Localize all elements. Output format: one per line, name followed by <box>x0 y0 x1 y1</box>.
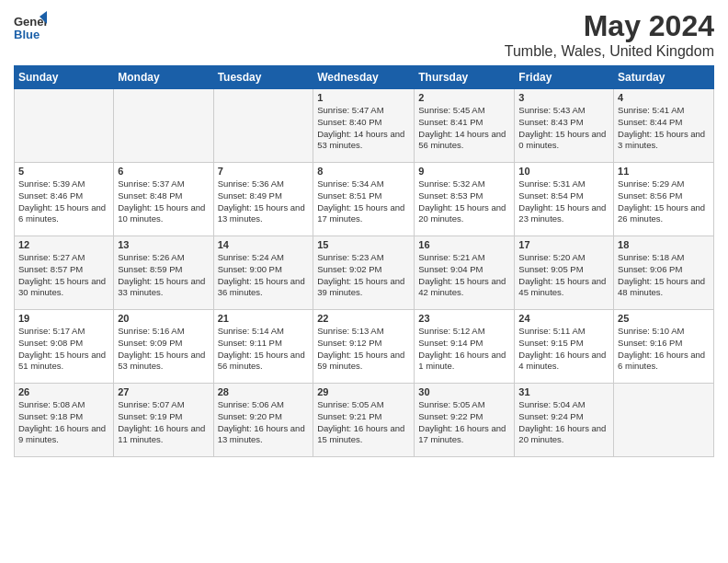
header: General Blue May 2024 Tumble, Wales, Uni… <box>14 9 714 60</box>
day-cell-1-0: 5Sunrise: 5:39 AMSunset: 8:46 PMDaylight… <box>15 163 114 236</box>
day-info: Sunrise: 5:13 AMSunset: 9:12 PMDaylight:… <box>317 326 410 373</box>
day-number: 17 <box>518 239 609 250</box>
day-number: 3 <box>518 92 609 103</box>
day-info: Sunrise: 5:41 AMSunset: 8:44 PMDaylight:… <box>618 105 710 152</box>
day-cell-4-4: 30Sunrise: 5:05 AMSunset: 9:22 PMDayligh… <box>415 384 515 457</box>
day-cell-1-6: 11Sunrise: 5:29 AMSunset: 8:56 PMDayligh… <box>614 163 714 236</box>
day-cell-0-4: 2Sunrise: 5:45 AMSunset: 8:41 PMDaylight… <box>415 89 515 163</box>
day-info: Sunrise: 5:32 AMSunset: 8:53 PMDaylight:… <box>418 178 510 225</box>
day-number: 8 <box>317 166 410 177</box>
day-cell-2-2: 14Sunrise: 5:24 AMSunset: 9:00 PMDayligh… <box>213 236 313 310</box>
week-row-5: 26Sunrise: 5:08 AMSunset: 9:18 PMDayligh… <box>15 384 714 457</box>
header-thursday: Thursday <box>415 66 515 89</box>
day-number: 11 <box>618 166 710 177</box>
day-number: 26 <box>18 386 109 397</box>
day-number: 4 <box>618 92 710 103</box>
day-info: Sunrise: 5:34 AMSunset: 8:51 PMDaylight:… <box>317 178 410 225</box>
day-cell-2-1: 13Sunrise: 5:26 AMSunset: 8:59 PMDayligh… <box>114 236 213 310</box>
day-number: 23 <box>418 313 510 324</box>
day-info: Sunrise: 5:11 AMSunset: 9:15 PMDaylight:… <box>518 326 609 373</box>
day-number: 13 <box>118 239 209 250</box>
day-cell-3-3: 22Sunrise: 5:13 AMSunset: 9:12 PMDayligh… <box>313 310 415 384</box>
day-info: Sunrise: 5:17 AMSunset: 9:08 PMDaylight:… <box>18 326 109 373</box>
day-number: 16 <box>418 239 510 250</box>
day-cell-3-2: 21Sunrise: 5:14 AMSunset: 9:11 PMDayligh… <box>213 310 313 384</box>
day-cell-3-4: 23Sunrise: 5:12 AMSunset: 9:14 PMDayligh… <box>415 310 515 384</box>
day-number: 20 <box>118 313 209 324</box>
day-number: 24 <box>518 313 609 324</box>
day-cell-3-6: 25Sunrise: 5:10 AMSunset: 9:16 PMDayligh… <box>614 310 714 384</box>
day-number: 18 <box>618 239 710 250</box>
day-cell-4-2: 28Sunrise: 5:06 AMSunset: 9:20 PMDayligh… <box>213 384 313 457</box>
day-cell-2-4: 16Sunrise: 5:21 AMSunset: 9:04 PMDayligh… <box>415 236 515 310</box>
header-wednesday: Wednesday <box>313 66 415 89</box>
day-info: Sunrise: 5:45 AMSunset: 8:41 PMDaylight:… <box>418 105 510 152</box>
day-cell-2-0: 12Sunrise: 5:27 AMSunset: 8:57 PMDayligh… <box>15 236 114 310</box>
day-number: 15 <box>317 239 410 250</box>
header-sunday: Sunday <box>15 66 114 89</box>
day-number: 22 <box>317 313 410 324</box>
week-row-4: 19Sunrise: 5:17 AMSunset: 9:08 PMDayligh… <box>15 310 714 384</box>
day-cell-1-1: 6Sunrise: 5:37 AMSunset: 8:48 PMDaylight… <box>114 163 213 236</box>
header-friday: Friday <box>515 66 614 89</box>
day-info: Sunrise: 5:18 AMSunset: 9:06 PMDaylight:… <box>618 252 710 299</box>
day-number: 12 <box>18 239 109 250</box>
day-info: Sunrise: 5:27 AMSunset: 8:57 PMDaylight:… <box>18 252 109 299</box>
day-info: Sunrise: 5:06 AMSunset: 9:20 PMDaylight:… <box>218 399 310 446</box>
day-info: Sunrise: 5:14 AMSunset: 9:11 PMDaylight:… <box>218 326 310 373</box>
day-info: Sunrise: 5:21 AMSunset: 9:04 PMDaylight:… <box>418 252 510 299</box>
day-info: Sunrise: 5:10 AMSunset: 9:16 PMDaylight:… <box>618 326 710 373</box>
calendar-header-row: Sunday Monday Tuesday Wednesday Thursday… <box>15 66 714 89</box>
day-info: Sunrise: 5:31 AMSunset: 8:54 PMDaylight:… <box>518 178 609 225</box>
day-info: Sunrise: 5:05 AMSunset: 9:21 PMDaylight:… <box>317 399 410 446</box>
day-info: Sunrise: 5:23 AMSunset: 9:02 PMDaylight:… <box>317 252 410 299</box>
day-cell-4-1: 27Sunrise: 5:07 AMSunset: 9:19 PMDayligh… <box>114 384 213 457</box>
logo-icon: General Blue <box>14 9 47 42</box>
day-number: 2 <box>418 92 510 103</box>
day-cell-3-1: 20Sunrise: 5:16 AMSunset: 9:09 PMDayligh… <box>114 310 213 384</box>
day-info: Sunrise: 5:12 AMSunset: 9:14 PMDaylight:… <box>418 326 510 373</box>
day-number: 31 <box>518 386 609 397</box>
day-number: 19 <box>18 313 109 324</box>
day-info: Sunrise: 5:05 AMSunset: 9:22 PMDaylight:… <box>418 399 510 446</box>
title-block: May 2024 Tumble, Wales, United Kingdom <box>505 9 714 60</box>
day-cell-1-5: 10Sunrise: 5:31 AMSunset: 8:54 PMDayligh… <box>515 163 614 236</box>
day-cell-0-5: 3Sunrise: 5:43 AMSunset: 8:43 PMDaylight… <box>515 89 614 163</box>
calendar-table: Sunday Monday Tuesday Wednesday Thursday… <box>14 65 714 457</box>
logo: General Blue <box>14 9 47 46</box>
day-number: 27 <box>118 386 209 397</box>
day-number: 14 <box>218 239 310 250</box>
day-info: Sunrise: 5:24 AMSunset: 9:00 PMDaylight:… <box>218 252 310 299</box>
day-cell-4-0: 26Sunrise: 5:08 AMSunset: 9:18 PMDayligh… <box>15 384 114 457</box>
day-info: Sunrise: 5:26 AMSunset: 8:59 PMDaylight:… <box>118 252 209 299</box>
svg-text:Blue: Blue <box>14 28 40 41</box>
day-number: 6 <box>118 166 209 177</box>
day-number: 21 <box>218 313 310 324</box>
day-number: 29 <box>317 386 410 397</box>
day-info: Sunrise: 5:08 AMSunset: 9:18 PMDaylight:… <box>18 399 109 446</box>
week-row-1: 1Sunrise: 5:47 AMSunset: 8:40 PMDaylight… <box>15 89 714 163</box>
day-cell-4-6 <box>614 384 714 457</box>
main-title: May 2024 <box>505 9 714 43</box>
day-number: 30 <box>418 386 510 397</box>
day-cell-4-5: 31Sunrise: 5:04 AMSunset: 9:24 PMDayligh… <box>515 384 614 457</box>
week-row-2: 5Sunrise: 5:39 AMSunset: 8:46 PMDaylight… <box>15 163 714 236</box>
header-tuesday: Tuesday <box>213 66 313 89</box>
day-number: 28 <box>218 386 310 397</box>
day-cell-0-2 <box>213 89 313 163</box>
day-number: 25 <box>618 313 710 324</box>
day-cell-0-0 <box>15 89 114 163</box>
day-info: Sunrise: 5:07 AMSunset: 9:19 PMDaylight:… <box>118 399 209 446</box>
day-info: Sunrise: 5:37 AMSunset: 8:48 PMDaylight:… <box>118 178 209 225</box>
day-info: Sunrise: 5:39 AMSunset: 8:46 PMDaylight:… <box>18 178 109 225</box>
day-number: 7 <box>218 166 310 177</box>
header-saturday: Saturday <box>614 66 714 89</box>
subtitle: Tumble, Wales, United Kingdom <box>505 43 714 60</box>
day-cell-0-6: 4Sunrise: 5:41 AMSunset: 8:44 PMDaylight… <box>614 89 714 163</box>
header-monday: Monday <box>114 66 213 89</box>
day-cell-1-4: 9Sunrise: 5:32 AMSunset: 8:53 PMDaylight… <box>415 163 515 236</box>
day-cell-1-3: 8Sunrise: 5:34 AMSunset: 8:51 PMDaylight… <box>313 163 415 236</box>
page: General Blue May 2024 Tumble, Wales, Uni… <box>0 0 728 563</box>
day-info: Sunrise: 5:29 AMSunset: 8:56 PMDaylight:… <box>618 178 710 225</box>
day-cell-3-0: 19Sunrise: 5:17 AMSunset: 9:08 PMDayligh… <box>15 310 114 384</box>
